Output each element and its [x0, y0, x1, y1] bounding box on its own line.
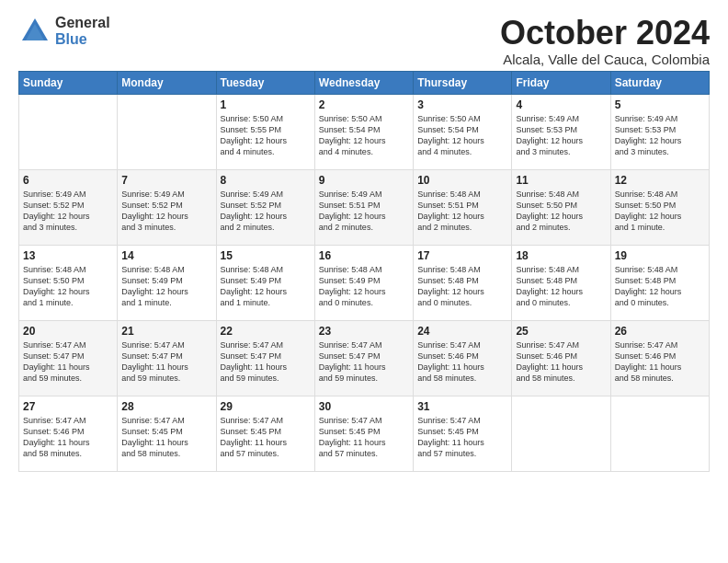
day-number: 15 [221, 249, 311, 262]
content-line: and 1 minute. [615, 223, 665, 232]
content-line: Sunrise: 5:47 AM [23, 416, 86, 425]
content-line: and 57 minutes. [417, 449, 476, 458]
day-content: Sunrise: 5:48 AMSunset: 5:48 PMDaylight:… [615, 264, 705, 309]
content-line: Daylight: 12 hours [417, 212, 484, 221]
day-cell: 9Sunrise: 5:49 AMSunset: 5:51 PMDaylight… [314, 169, 413, 245]
content-line: Sunset: 5:51 PM [319, 201, 381, 210]
content-line: Daylight: 12 hours [516, 212, 583, 221]
logo-blue: Blue [55, 31, 110, 48]
content-line: and 59 minutes. [319, 373, 378, 383]
day-content: Sunrise: 5:47 AMSunset: 5:46 PMDaylight:… [23, 415, 113, 460]
content-line: and 3 minutes. [121, 223, 176, 232]
day-number: 10 [417, 174, 507, 187]
day-cell: 3Sunrise: 5:50 AMSunset: 5:54 PMDaylight… [414, 94, 512, 169]
header-cell-thursday: Thursday [414, 71, 512, 94]
content-line: Sunrise: 5:48 AM [615, 190, 678, 199]
content-line: and 1 minute. [23, 298, 74, 307]
content-line: Sunset: 5:46 PM [615, 351, 677, 361]
day-cell: 16Sunrise: 5:48 AMSunset: 5:49 PMDayligh… [314, 245, 413, 320]
day-content: Sunrise: 5:48 AMSunset: 5:48 PMDaylight:… [417, 264, 507, 309]
content-line: Sunset: 5:52 PM [121, 201, 183, 210]
day-content: Sunrise: 5:50 AMSunset: 5:55 PMDaylight:… [221, 113, 311, 158]
content-line: Sunrise: 5:48 AM [121, 265, 185, 274]
content-line: Daylight: 11 hours [221, 362, 288, 372]
day-content: Sunrise: 5:47 AMSunset: 5:47 PMDaylight:… [23, 339, 113, 385]
day-content: Sunrise: 5:48 AMSunset: 5:49 PMDaylight:… [319, 264, 409, 309]
title-block: October 2024 Alcala, Valle del Cauca, Co… [500, 15, 710, 67]
logo: General Blue [18, 15, 110, 48]
content-line: Sunset: 5:53 PM [615, 125, 677, 134]
day-content: Sunrise: 5:48 AMSunset: 5:50 PMDaylight:… [23, 264, 113, 309]
content-line: Sunset: 5:47 PM [23, 351, 85, 361]
content-line: and 1 minute. [121, 298, 172, 307]
day-number: 18 [516, 249, 606, 262]
day-number: 2 [319, 98, 409, 111]
content-line: Sunrise: 5:47 AM [417, 416, 481, 425]
day-cell: 1Sunrise: 5:50 AMSunset: 5:55 PMDaylight… [216, 94, 314, 169]
content-line: and 0 minutes. [615, 298, 669, 307]
content-line: Sunset: 5:53 PM [516, 125, 577, 134]
day-cell: 7Sunrise: 5:49 AMSunset: 5:52 PMDaylight… [118, 169, 216, 245]
day-content: Sunrise: 5:49 AMSunset: 5:53 PMDaylight:… [516, 113, 606, 158]
content-line: Daylight: 12 hours [516, 136, 583, 145]
content-line: Sunset: 5:46 PM [23, 427, 85, 436]
content-line: Daylight: 12 hours [121, 287, 188, 296]
content-line: Sunset: 5:47 PM [121, 351, 183, 361]
content-line: Daylight: 11 hours [121, 362, 188, 372]
content-line: and 4 minutes. [417, 147, 472, 156]
day-cell: 11Sunrise: 5:48 AMSunset: 5:50 PMDayligh… [512, 169, 610, 245]
day-cell [512, 396, 610, 471]
content-line: Daylight: 11 hours [319, 362, 386, 372]
day-number: 12 [615, 174, 705, 187]
content-line: and 2 minutes. [516, 223, 570, 232]
content-line: and 3 minutes. [23, 223, 77, 232]
content-line: and 58 minutes. [417, 373, 476, 383]
content-line: Sunset: 5:45 PM [221, 427, 282, 436]
day-cell: 20Sunrise: 5:47 AMSunset: 5:47 PMDayligh… [19, 320, 118, 396]
week-row-2: 6Sunrise: 5:49 AMSunset: 5:52 PMDaylight… [19, 169, 710, 245]
content-line: and 58 minutes. [516, 373, 574, 383]
content-line: and 59 minutes. [221, 373, 279, 383]
content-line: Sunrise: 5:47 AM [319, 416, 382, 425]
content-line: Sunset: 5:51 PM [417, 201, 479, 210]
content-line: Sunrise: 5:47 AM [221, 416, 284, 425]
content-line: Daylight: 12 hours [23, 212, 90, 221]
day-cell: 29Sunrise: 5:47 AMSunset: 5:45 PMDayligh… [216, 396, 314, 471]
content-line: and 2 minutes. [319, 223, 373, 232]
content-line: Daylight: 11 hours [319, 438, 386, 447]
header-cell-tuesday: Tuesday [216, 71, 314, 94]
day-number: 17 [417, 249, 507, 262]
day-cell: 25Sunrise: 5:47 AMSunset: 5:46 PMDayligh… [512, 320, 610, 396]
day-cell: 6Sunrise: 5:49 AMSunset: 5:52 PMDaylight… [19, 169, 118, 245]
content-line: Sunrise: 5:49 AM [23, 190, 86, 199]
day-number: 21 [121, 325, 211, 338]
day-content: Sunrise: 5:47 AMSunset: 5:45 PMDaylight:… [417, 415, 507, 460]
day-number: 24 [417, 325, 507, 338]
content-line: and 58 minutes. [615, 373, 674, 383]
content-line: Sunrise: 5:47 AM [121, 416, 185, 425]
content-line: Sunrise: 5:48 AM [417, 265, 481, 274]
day-content: Sunrise: 5:48 AMSunset: 5:50 PMDaylight:… [516, 189, 606, 234]
day-cell: 24Sunrise: 5:47 AMSunset: 5:46 PMDayligh… [414, 320, 512, 396]
day-cell: 23Sunrise: 5:47 AMSunset: 5:47 PMDayligh… [314, 320, 413, 396]
day-number: 25 [516, 325, 606, 338]
calendar-table: SundayMondayTuesdayWednesdayThursdayFrid… [18, 71, 710, 472]
day-content: Sunrise: 5:47 AMSunset: 5:47 PMDaylight:… [221, 339, 311, 385]
day-number: 29 [221, 400, 311, 413]
day-content: Sunrise: 5:49 AMSunset: 5:51 PMDaylight:… [319, 189, 409, 234]
calendar-body: 1Sunrise: 5:50 AMSunset: 5:55 PMDaylight… [19, 94, 710, 471]
content-line: Sunset: 5:45 PM [121, 427, 183, 436]
day-number: 11 [516, 174, 606, 187]
day-content: Sunrise: 5:49 AMSunset: 5:52 PMDaylight:… [221, 189, 311, 234]
day-number: 20 [23, 325, 113, 338]
content-line: and 0 minutes. [516, 298, 570, 307]
content-line: Sunrise: 5:48 AM [516, 190, 579, 199]
header-cell-sunday: Sunday [19, 71, 118, 94]
day-cell: 15Sunrise: 5:48 AMSunset: 5:49 PMDayligh… [216, 245, 314, 320]
header-cell-friday: Friday [512, 71, 610, 94]
content-line: Sunset: 5:49 PM [121, 276, 183, 285]
content-line: Sunset: 5:50 PM [615, 201, 677, 210]
content-line: Sunrise: 5:49 AM [319, 190, 382, 199]
day-cell: 30Sunrise: 5:47 AMSunset: 5:45 PMDayligh… [314, 396, 413, 471]
day-number: 5 [615, 98, 705, 111]
